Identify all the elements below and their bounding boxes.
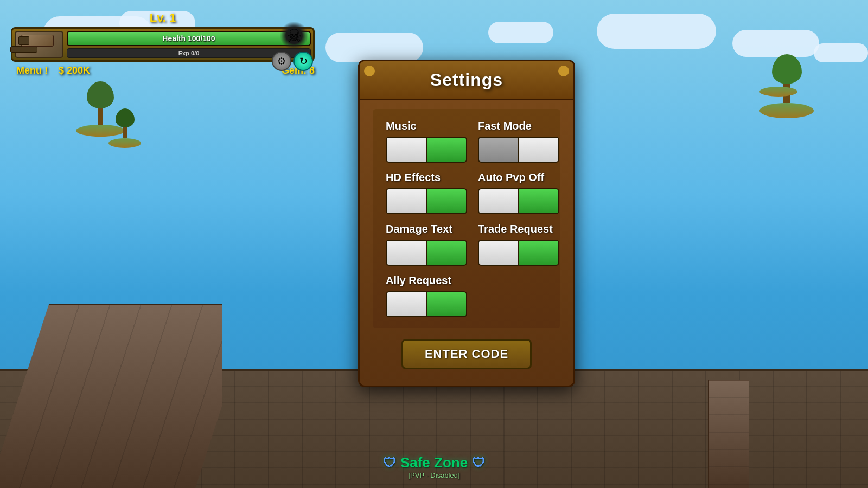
gear-icon[interactable]: ⚙ [272, 52, 291, 71]
health-bar: Health 100/100 [68, 32, 310, 45]
setting-music: Music [386, 120, 467, 163]
gun-icon [15, 31, 63, 58]
health-text: Health 100/100 [162, 34, 215, 43]
menu-button[interactable]: Menu ! [16, 65, 48, 76]
hd-effects-toggle[interactable] [386, 188, 467, 214]
ally-request-toggle-on[interactable] [427, 292, 466, 316]
level-label: Lv. 1 [11, 11, 315, 25]
setting-ally-request: Ally Request [386, 274, 559, 317]
background-island-left2 [108, 108, 141, 148]
fast-mode-toggle[interactable] [478, 137, 559, 163]
health-bar-wrap: Health 100/100 Exp 0/0 ☠ ⚙ ↻ [11, 27, 315, 62]
setting-hd-effects: HD Effects [386, 171, 467, 214]
hud-settings-icons: ⚙ ↻ [272, 52, 313, 71]
setting-trade-request: Trade Request [478, 223, 559, 266]
music-toggle-on[interactable] [427, 138, 466, 162]
safe-zone-text: 🛡 Safe Zone 🛡 [383, 454, 485, 471]
hud-bottom: Menu ! $ 200K Gem: 8 [11, 65, 315, 76]
setting-damage-text: Damage Text [386, 223, 467, 266]
shield-icon-right: 🛡 [472, 455, 485, 471]
safe-zone-label: Safe Zone [400, 454, 468, 471]
trade-request-label: Trade Request [478, 223, 559, 235]
settings-grid: Music Fast Mode [386, 120, 547, 317]
damage-text-toggle-on[interactable] [427, 241, 466, 265]
hd-effects-toggle-on[interactable] [427, 189, 466, 213]
trade-request-toggle-on[interactable] [519, 241, 558, 265]
trade-request-toggle[interactable] [478, 240, 559, 266]
hd-effects-toggle-off[interactable] [387, 189, 426, 213]
auto-pvp-toggle-off[interactable] [479, 189, 518, 213]
ally-request-label: Ally Request [386, 274, 559, 287]
dock-right-pillar [708, 380, 749, 488]
exp-text: Exp 0/0 [178, 50, 200, 56]
money-display: $ 200K [59, 65, 90, 76]
refresh-icon[interactable]: ↻ [293, 52, 313, 71]
settings-panel: Settings Music Fast Mode [358, 60, 575, 387]
settings-content: Music Fast Mode [373, 109, 560, 328]
fast-mode-toggle-on[interactable] [519, 138, 558, 162]
damage-text-label: Damage Text [386, 223, 467, 235]
music-toggle-off[interactable] [387, 138, 426, 162]
ally-request-toggle-off[interactable] [387, 292, 426, 316]
settings-title-bar: Settings [360, 61, 573, 100]
damage-text-toggle[interactable] [386, 240, 467, 266]
enter-code-button[interactable]: ENTER CODE [401, 339, 532, 369]
settings-title: Settings [430, 70, 503, 89]
hd-effects-label: HD Effects [386, 171, 467, 184]
auto-pvp-label: Auto Pvp Off [478, 171, 559, 184]
background-island-right [760, 54, 814, 118]
hud: Lv. 1 Health 100/100 Exp 0/0 ☠ [11, 11, 315, 76]
fast-mode-toggle-off[interactable] [479, 138, 518, 162]
shield-icon-left: 🛡 [383, 455, 396, 471]
auto-pvp-toggle[interactable] [478, 188, 559, 214]
fast-mode-label: Fast Mode [478, 120, 559, 132]
setting-auto-pvp: Auto Pvp Off [478, 171, 559, 214]
dock-left-structure [0, 282, 222, 488]
corner-decoration-tr [558, 66, 569, 76]
pirate-icon: ☠ [280, 21, 308, 50]
ally-request-toggle[interactable] [386, 291, 467, 317]
damage-text-toggle-off[interactable] [387, 241, 426, 265]
background-island-right2 [760, 87, 797, 97]
trade-request-toggle-off[interactable] [479, 241, 518, 265]
auto-pvp-toggle-on[interactable] [519, 189, 558, 213]
safe-zone: 🛡 Safe Zone 🛡 [PVP - Disabled] [383, 454, 485, 479]
corner-decoration-tl [364, 66, 375, 76]
pvp-disabled-label: [PVP - Disabled] [383, 471, 485, 479]
music-toggle[interactable] [386, 137, 467, 163]
music-label: Music [386, 120, 467, 132]
setting-fast-mode: Fast Mode [478, 120, 559, 163]
